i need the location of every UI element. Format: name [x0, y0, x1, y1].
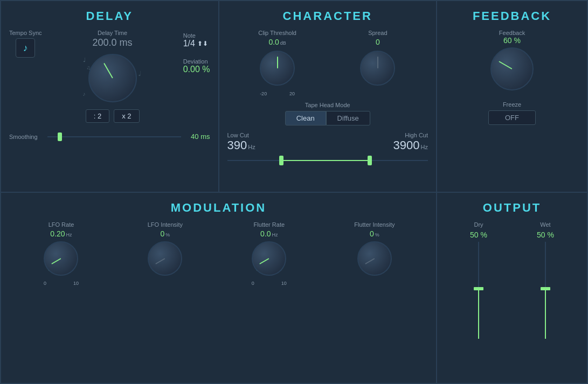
- low-cut-group: Low Cut 390 Hz: [227, 132, 255, 152]
- clip-threshold-value-row: 0.0 dB: [268, 38, 286, 46]
- lfo-rate-group: LFO Rate 0.20 Hz 0: [42, 221, 80, 286]
- tape-clean-button[interactable]: Clean: [285, 111, 326, 125]
- dry-active-track: [478, 290, 479, 339]
- clip-threshold-unit: dB: [280, 40, 286, 46]
- spread-knob[interactable]: [357, 48, 398, 88]
- freeze-section: Freeze OFF: [445, 101, 579, 125]
- clip-scale: -20 20: [260, 91, 295, 96]
- filter-labels-row: Low Cut 390 Hz High Cut 3900 Hz: [227, 132, 428, 152]
- delay-time-label: Delay Time: [98, 30, 127, 36]
- lfo-rate-scale: 0 10: [44, 281, 79, 286]
- dry-slider[interactable]: [473, 242, 484, 339]
- delay-title: DELAY: [9, 9, 210, 23]
- flutter-rate-label: Flutter Rate: [254, 221, 285, 228]
- lfo-intensity-knob[interactable]: [146, 240, 184, 277]
- character-title: CHARACTER: [227, 9, 428, 23]
- tape-head-label: Tape Head Mode: [227, 102, 428, 108]
- feedback-panel: FEEDBACK Feedback 60 % Freeze OFF: [437, 1, 587, 192]
- lfo-rate-label: LFO Rate: [49, 221, 74, 228]
- clip-threshold-knob[interactable]: [257, 48, 298, 88]
- high-cut-unit: Hz: [421, 144, 428, 150]
- lfo-rate-value: 0.20: [50, 229, 65, 238]
- wet-value: 50 %: [537, 231, 554, 239]
- delay-time-knob[interactable]: ♩ ♫ 𝅗𝅥 ♪: [86, 51, 140, 105]
- clip-threshold-value: 0.0: [268, 38, 279, 46]
- spread-knob-inner: [360, 51, 395, 86]
- character-panel: CHARACTER Clip Threshold 0.0 dB: [219, 1, 437, 192]
- clip-threshold-group: Clip Threshold 0.0 dB -20: [257, 30, 298, 96]
- divide-button[interactable]: : 2: [86, 109, 109, 123]
- lfo-intensity-unit: %: [165, 232, 170, 238]
- wet-slider-group: Wet 50 %: [537, 221, 554, 339]
- modulation-panel: MODULATION LFO Rate 0.20 Hz: [1, 192, 437, 384]
- freeze-button[interactable]: OFF: [488, 110, 536, 125]
- smoothing-thumb[interactable]: [58, 132, 62, 141]
- lfo-intensity-knob-inner: [148, 241, 182, 276]
- tempo-sync-button[interactable]: ♪: [16, 38, 35, 58]
- tape-diffuse-button[interactable]: Diffuse: [326, 111, 370, 125]
- feedback-knob-label: Feedback: [499, 30, 525, 36]
- output-panel: OUTPUT Dry 50 % Wet 50 %: [437, 192, 587, 384]
- modulation-title: MODULATION: [9, 201, 428, 215]
- feedback-knob-inner: [490, 47, 534, 90]
- character-top-row: Clip Threshold 0.0 dB -20: [227, 30, 428, 96]
- delay-panel: DELAY Tempo Sync ♪ Delay Time 200.0 ms: [1, 1, 219, 192]
- smoothing-slider[interactable]: [47, 136, 182, 137]
- wet-label: Wet: [540, 221, 550, 228]
- delay-knob-inner: [88, 54, 137, 102]
- wet-thumb[interactable]: [541, 287, 550, 290]
- output-title: OUTPUT: [445, 201, 579, 215]
- music-note-icon: ♪: [23, 43, 28, 54]
- note-group: Note 1/4 ⬆⬇: [183, 32, 210, 48]
- feedback-knob-value: 60 %: [503, 36, 521, 45]
- flutter-intensity-knob[interactable]: [356, 240, 393, 277]
- divide-multiply-buttons: : 2 x 2: [86, 109, 140, 123]
- tape-head-buttons: Clean Diffuse: [227, 111, 428, 125]
- spread-group: Spread 0: [357, 30, 398, 96]
- deviation-value: 0.00 %: [183, 65, 210, 74]
- clip-threshold-label: Clip Threshold: [258, 30, 296, 36]
- spread-label: Spread: [368, 30, 387, 36]
- freeze-label: Freeze: [503, 101, 521, 108]
- dry-slider-group: Dry 50 %: [470, 221, 487, 339]
- filter-slider[interactable]: [227, 155, 428, 166]
- note-arrows[interactable]: ⬆⬇: [197, 40, 208, 47]
- flutter-intensity-value: 0: [370, 229, 374, 238]
- flutter-rate-unit: Hz: [272, 232, 278, 238]
- wet-slider[interactable]: [540, 242, 551, 339]
- lfo-intensity-value: 0: [161, 229, 165, 238]
- filter-left-thumb[interactable]: [279, 156, 283, 165]
- lfo-rate-knob[interactable]: [42, 240, 80, 277]
- multiply-button[interactable]: x 2: [114, 109, 139, 123]
- flutter-rate-scale: 0 10: [252, 281, 287, 286]
- smoothing-value: 40 ms: [191, 132, 210, 141]
- flutter-rate-knob[interactable]: [250, 240, 288, 277]
- high-cut-value: 3900: [393, 138, 420, 152]
- lfo-rate-unit: Hz: [66, 232, 72, 238]
- note-value: 1/4 ⬆⬇: [183, 39, 210, 48]
- filter-right-thumb[interactable]: [368, 156, 372, 165]
- tape-head-section: Tape Head Mode Clean Diffuse: [227, 102, 428, 125]
- high-cut-label: High Cut: [393, 132, 428, 138]
- flutter-intensity-label: Flutter Intensity: [354, 221, 395, 228]
- deviation-label: Deviation: [183, 58, 210, 65]
- modulation-knobs: LFO Rate 0.20 Hz 0: [9, 221, 428, 286]
- flutter-rate-knob-inner: [252, 241, 286, 276]
- lfo-rate-knob-inner: [44, 241, 78, 276]
- flutter-intensity-unit: %: [375, 232, 379, 238]
- dry-label: Dry: [474, 221, 483, 228]
- deviation-group: Deviation 0.00 %: [183, 53, 210, 74]
- flutter-intensity-group: Flutter Intensity 0 %: [354, 221, 395, 277]
- high-cut-group: High Cut 3900 Hz: [393, 132, 428, 152]
- flutter-rate-value: 0.0: [260, 229, 271, 238]
- filter-active-range: [283, 160, 372, 161]
- wet-active-track: [545, 290, 546, 339]
- tempo-sync-section: Tempo Sync ♪: [9, 30, 42, 58]
- dry-thumb[interactable]: [474, 287, 483, 290]
- feedback-knob[interactable]: [488, 45, 536, 93]
- note-label: Note: [183, 32, 210, 39]
- delay-time-value: 200.0 ms: [93, 37, 133, 48]
- output-sliders: Dry 50 % Wet 50 %: [445, 221, 579, 339]
- smoothing-row: Smoothing 40 ms: [9, 132, 210, 141]
- spread-value: 0: [376, 38, 380, 46]
